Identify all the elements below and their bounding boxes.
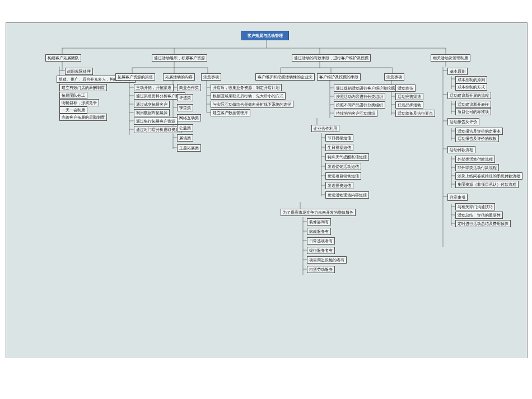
- b3-c4-i2[interactable]: 家政服务有: [307, 228, 331, 235]
- b3-c5-i3[interactable]: 任意品押活动: [395, 101, 423, 109]
- b4-c1-i1[interactable]: 成本控制的原则: [455, 76, 487, 83]
- b2-c2-i7[interactable]: 主题拓展类: [177, 144, 201, 152]
- b2-c1-i3[interactable]: 通过成交拓展客户: [134, 101, 170, 108]
- b4-c3-title[interactable]: 活动报告及评价: [447, 118, 479, 125]
- b2-title[interactable]: 通过活动组织，积累客户资源: [152, 54, 207, 62]
- b2-c2-i3[interactable]: 课堂类: [177, 104, 193, 111]
- b2-c1-i1[interactable]: 主动开拓，开拓渠道: [134, 84, 174, 91]
- b4-c1-i2[interactable]: 成本控制的方式: [455, 83, 487, 91]
- b3-c2-title[interactable]: 客户维护及挖掘的手段: [317, 73, 361, 81]
- b4-c2-i2[interactable]: 项目公司的标准项: [455, 108, 491, 115]
- b3-c3-i1[interactable]: 节日祝福短信: [325, 134, 353, 142]
- b2-c2-i4[interactable]: 网络互动类: [177, 114, 201, 121]
- b4-c2-i1[interactable]: 活动建议新开表样: [455, 101, 491, 108]
- b3-c1[interactable]: 客户维护和挖掘活动性的企业文: [255, 73, 315, 81]
- b2-c3-i2[interactable]: 根据区域采取先后行动，先大后小的方式: [211, 92, 286, 100]
- b4-c3-i2[interactable]: 活动报告及评价的模板: [455, 135, 499, 142]
- b2-c1-i6[interactable]: 通过对门店分析提取资源: [134, 126, 181, 133]
- b3-c4-i6[interactable]: 租赁劳动服务: [307, 266, 335, 273]
- b2-c2-i6[interactable]: 展场类: [177, 134, 193, 142]
- b2-c2-i2[interactable]: 评选类: [177, 94, 193, 101]
- b3-c5-i4[interactable]: 活动筹备及执行要点: [395, 110, 435, 117]
- b3-c2-i4[interactable]: 持续的的客户互动组织: [334, 110, 377, 117]
- b1-c7[interactable]: 完善客户拓展的后勤制度: [59, 114, 107, 121]
- b3-c4-i4[interactable]: 银行服务者有: [307, 247, 335, 254]
- root-node[interactable]: 客户拓展与活动管理: [241, 31, 289, 40]
- b1-c4[interactable]: 拓展团队分工: [59, 92, 87, 99]
- b2-c1-title[interactable]: 拓展客户资源的渠道: [115, 73, 155, 81]
- b2-c3-i3[interactable]: 与实际互动做结合是做向分析线下系统的途径: [211, 101, 293, 108]
- b2-c1-i4[interactable]: 利用数据库拓展源: [134, 109, 170, 116]
- b3-c3-title[interactable]: 企业合作利用: [311, 125, 339, 132]
- b2-c3-i1[interactable]: 开店后，收集业务资源，制定开店计划: [211, 84, 282, 91]
- b3-c2-i2[interactable]: 按照活动内容进行分类组织: [334, 93, 385, 100]
- b4-title[interactable]: 相关活动及管理制度: [431, 54, 470, 62]
- b3-c4-title[interactable]: 为了提高市场竞争力未来开发的增值服务: [281, 209, 356, 216]
- bottom-whitespace: [0, 358, 532, 399]
- b3-c3-i6[interactable]: 发送投资短信: [325, 182, 353, 189]
- b2-c1-i5[interactable]: 通过集行拓展客户资源: [134, 118, 178, 125]
- b3-c3-i4[interactable]: 发送促销活动短信: [325, 163, 361, 170]
- b4-c5-i1[interactable]: 与相关部门沟通技巧: [455, 203, 495, 210]
- b4-c3-i1[interactable]: 活动报告及评价的定案本: [455, 128, 503, 135]
- b4-c5-i3[interactable]: 定时进行活动总结及费用预算: [455, 220, 511, 227]
- b1-c6[interactable]: 一天一会制度: [59, 106, 87, 114]
- b2-c3-title[interactable]: 注意事项: [201, 73, 221, 81]
- b3-c4-i3[interactable]: 日常选项者有: [307, 237, 335, 245]
- b2-c2-title[interactable]: 拓展活动的内容: [163, 73, 195, 81]
- b3-c5-i2[interactable]: 活动完善渠道: [395, 93, 423, 100]
- b3-c4-i5[interactable]: 项目周边设施的者有: [307, 256, 347, 264]
- b4-c4-i3[interactable]: 涉及上线问卷或推送的系统付款流程: [455, 172, 522, 180]
- b3-title[interactable]: 通过活动的有效手段，进行客户维护及挖掘: [292, 54, 371, 62]
- b3-c2-i1[interactable]: 通过促销活动进行客户维护和挖掘: [334, 85, 397, 92]
- b3-c3-i7[interactable]: 发送活动现场内容短信: [325, 191, 369, 199]
- b2-c2-i1[interactable]: 商业合作类: [177, 84, 201, 91]
- b3-c3-i3[interactable]: 特殊天气提醒私信短信: [325, 153, 369, 161]
- b4-c4-i1[interactable]: 外部类活动付款流程: [455, 156, 495, 163]
- b4-c5-i2[interactable]: 活动总结、评估的重要性: [455, 212, 503, 219]
- b2-c3-i4[interactable]: 建立客户数据管理库: [211, 109, 250, 116]
- b4-c4-i4[interactable]: 集团资源（非项目承认）付款流程: [455, 181, 519, 188]
- b1-c3[interactable]: 建立有效门店的薪酬制度: [59, 84, 107, 91]
- b4-c2-title[interactable]: 活动建议新开展的流程: [447, 92, 491, 99]
- b3-c4-i1[interactable]: 装修咨询有: [307, 218, 331, 226]
- b3-c5-i1[interactable]: 活动宣传: [395, 85, 416, 92]
- b4-c5-title[interactable]: 注意事项: [447, 194, 468, 201]
- b1-c1[interactable]: 岗职权限处理: [65, 68, 93, 75]
- b4-c1-title[interactable]: 基本原则: [447, 68, 468, 75]
- diagram-canvas: 客户拓展与活动管理 构建客户拓展团队 岗职权限处理 组建、推广、后台补充多人，构…: [6, 22, 528, 359]
- b3-c3-i2[interactable]: 生日祝福短信: [325, 144, 353, 151]
- b2-c2-i5[interactable]: 公益类: [177, 124, 193, 132]
- b3-c2-i3[interactable]: 按照不同产品进行分类组织: [334, 101, 385, 109]
- b3-c5-title[interactable]: 注意事项: [384, 73, 404, 81]
- b4-c4-i2[interactable]: 非外部类活动付款流程: [455, 164, 499, 171]
- b1-c5[interactable]: 明确目标，形成竞争: [59, 99, 99, 106]
- b3-c3-i5[interactable]: 发送项目销售短信: [325, 172, 361, 180]
- b4-c4-title[interactable]: 活动付款流程: [447, 146, 475, 153]
- b1-title[interactable]: 构建客户拓展团队: [45, 54, 81, 62]
